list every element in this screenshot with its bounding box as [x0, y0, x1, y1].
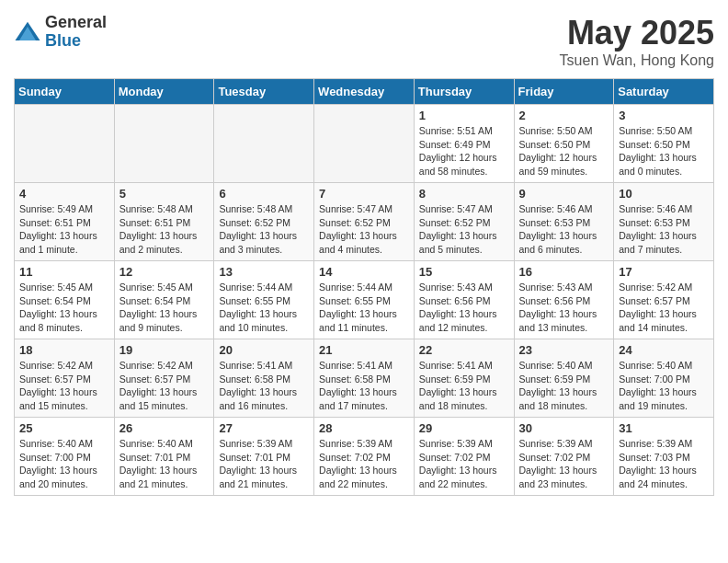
- logo-icon: [14, 18, 41, 46]
- weekday-header: Friday: [514, 79, 614, 105]
- day-number: 2: [519, 109, 609, 122]
- table-row: 3Sunrise: 5:50 AMSunset: 6:50 PMDaylight…: [614, 105, 714, 183]
- table-row: 7Sunrise: 5:47 AMSunset: 6:52 PMDaylight…: [314, 183, 415, 261]
- day-info: Sunrise: 5:42 AMSunset: 6:57 PMDaylight:…: [119, 359, 210, 413]
- day-info: Sunrise: 5:41 AMSunset: 6:58 PMDaylight:…: [319, 359, 409, 413]
- day-info: Sunrise: 5:39 AMSunset: 7:01 PMDaylight:…: [219, 437, 309, 491]
- day-info: Sunrise: 5:42 AMSunset: 6:57 PMDaylight:…: [19, 359, 109, 413]
- table-row: 23Sunrise: 5:40 AMSunset: 6:59 PMDayligh…: [514, 339, 614, 418]
- weekday-header: Tuesday: [214, 79, 314, 105]
- day-info: Sunrise: 5:42 AMSunset: 6:57 PMDaylight:…: [619, 281, 709, 335]
- table-row: [114, 105, 214, 183]
- day-number: 25: [19, 421, 109, 435]
- table-row: 20Sunrise: 5:41 AMSunset: 6:58 PMDayligh…: [214, 339, 314, 418]
- logo-general: General: [45, 14, 107, 32]
- day-info: Sunrise: 5:45 AMSunset: 6:54 PMDaylight:…: [19, 281, 109, 335]
- day-info: Sunrise: 5:39 AMSunset: 7:02 PMDaylight:…: [519, 437, 609, 491]
- page-header: General Blue May 2025 Tsuen Wan, Hong Ko…: [14, 14, 714, 69]
- day-info: Sunrise: 5:51 AMSunset: 6:49 PMDaylight:…: [419, 124, 509, 178]
- day-info: Sunrise: 5:40 AMSunset: 7:00 PMDaylight:…: [619, 359, 709, 413]
- calendar: SundayMondayTuesdayWednesdayThursdayFrid…: [14, 78, 714, 496]
- weekday-header: Wednesday: [314, 79, 415, 105]
- table-row: 26Sunrise: 5:40 AMSunset: 7:01 PMDayligh…: [114, 418, 214, 496]
- day-info: Sunrise: 5:50 AMSunset: 6:50 PMDaylight:…: [619, 124, 709, 178]
- table-row: 24Sunrise: 5:40 AMSunset: 7:00 PMDayligh…: [614, 339, 714, 418]
- day-number: 27: [219, 421, 309, 435]
- table-row: 10Sunrise: 5:46 AMSunset: 6:53 PMDayligh…: [614, 183, 714, 261]
- table-row: [214, 105, 314, 183]
- day-info: Sunrise: 5:40 AMSunset: 7:00 PMDaylight:…: [19, 437, 109, 491]
- day-number: 7: [319, 187, 409, 201]
- calendar-week-row: 18Sunrise: 5:42 AMSunset: 6:57 PMDayligh…: [15, 339, 714, 418]
- day-info: Sunrise: 5:43 AMSunset: 6:56 PMDaylight:…: [419, 281, 509, 335]
- day-info: Sunrise: 5:40 AMSunset: 6:59 PMDaylight:…: [519, 359, 609, 413]
- table-row: 8Sunrise: 5:47 AMSunset: 6:52 PMDaylight…: [414, 183, 514, 261]
- table-row: 31Sunrise: 5:39 AMSunset: 7:03 PMDayligh…: [614, 418, 714, 496]
- day-number: 18: [19, 343, 109, 357]
- day-info: Sunrise: 5:39 AMSunset: 7:02 PMDaylight:…: [319, 437, 409, 491]
- day-number: 23: [519, 343, 609, 357]
- weekday-header: Sunday: [15, 79, 115, 105]
- day-info: Sunrise: 5:46 AMSunset: 6:53 PMDaylight:…: [519, 202, 609, 257]
- table-row: 30Sunrise: 5:39 AMSunset: 7:02 PMDayligh…: [514, 418, 614, 496]
- table-row: 22Sunrise: 5:41 AMSunset: 6:59 PMDayligh…: [414, 339, 514, 418]
- day-info: Sunrise: 5:47 AMSunset: 6:52 PMDaylight:…: [419, 202, 509, 257]
- day-number: 6: [219, 187, 309, 201]
- table-row: 4Sunrise: 5:49 AMSunset: 6:51 PMDaylight…: [15, 183, 115, 261]
- table-row: 27Sunrise: 5:39 AMSunset: 7:01 PMDayligh…: [214, 418, 314, 496]
- day-info: Sunrise: 5:48 AMSunset: 6:51 PMDaylight:…: [119, 202, 210, 257]
- weekday-header: Saturday: [614, 79, 714, 105]
- table-row: 2Sunrise: 5:50 AMSunset: 6:50 PMDaylight…: [514, 105, 614, 183]
- title-block: May 2025 Tsuen Wan, Hong Kong: [560, 14, 714, 69]
- table-row: 14Sunrise: 5:44 AMSunset: 6:55 PMDayligh…: [314, 261, 415, 339]
- day-number: 19: [119, 343, 210, 357]
- day-number: 16: [519, 265, 609, 279]
- calendar-week-row: 11Sunrise: 5:45 AMSunset: 6:54 PMDayligh…: [15, 261, 714, 339]
- logo-blue: Blue: [45, 32, 107, 51]
- weekday-header: Thursday: [414, 79, 514, 105]
- day-number: 20: [219, 343, 309, 357]
- day-number: 11: [19, 265, 109, 279]
- day-info: Sunrise: 5:40 AMSunset: 7:01 PMDaylight:…: [119, 437, 210, 491]
- day-info: Sunrise: 5:41 AMSunset: 6:59 PMDaylight:…: [419, 359, 509, 413]
- table-row: 5Sunrise: 5:48 AMSunset: 6:51 PMDaylight…: [114, 183, 214, 261]
- day-info: Sunrise: 5:41 AMSunset: 6:58 PMDaylight:…: [219, 359, 309, 413]
- day-number: 13: [219, 265, 309, 279]
- table-row: 6Sunrise: 5:48 AMSunset: 6:52 PMDaylight…: [214, 183, 314, 261]
- table-row: 17Sunrise: 5:42 AMSunset: 6:57 PMDayligh…: [614, 261, 714, 339]
- day-info: Sunrise: 5:44 AMSunset: 6:55 PMDaylight:…: [319, 281, 409, 335]
- table-row: [15, 105, 115, 183]
- day-number: 3: [619, 109, 709, 122]
- weekday-header: Monday: [114, 79, 214, 105]
- table-row: 21Sunrise: 5:41 AMSunset: 6:58 PMDayligh…: [314, 339, 415, 418]
- day-number: 14: [319, 265, 409, 279]
- day-info: Sunrise: 5:39 AMSunset: 7:03 PMDaylight:…: [619, 437, 709, 491]
- day-info: Sunrise: 5:49 AMSunset: 6:51 PMDaylight:…: [19, 202, 109, 257]
- table-row: 19Sunrise: 5:42 AMSunset: 6:57 PMDayligh…: [114, 339, 214, 418]
- table-row: [314, 105, 415, 183]
- day-info: Sunrise: 5:46 AMSunset: 6:53 PMDaylight:…: [619, 202, 709, 257]
- day-info: Sunrise: 5:47 AMSunset: 6:52 PMDaylight:…: [319, 202, 409, 257]
- month-title: May 2025: [560, 14, 714, 52]
- day-number: 10: [619, 187, 709, 201]
- table-row: 18Sunrise: 5:42 AMSunset: 6:57 PMDayligh…: [15, 339, 115, 418]
- table-row: 11Sunrise: 5:45 AMSunset: 6:54 PMDayligh…: [15, 261, 115, 339]
- table-row: 28Sunrise: 5:39 AMSunset: 7:02 PMDayligh…: [314, 418, 415, 496]
- day-info: Sunrise: 5:44 AMSunset: 6:55 PMDaylight:…: [219, 281, 309, 335]
- day-number: 17: [619, 265, 709, 279]
- day-info: Sunrise: 5:39 AMSunset: 7:02 PMDaylight:…: [419, 437, 509, 491]
- table-row: 9Sunrise: 5:46 AMSunset: 6:53 PMDaylight…: [514, 183, 614, 261]
- table-row: 16Sunrise: 5:43 AMSunset: 6:56 PMDayligh…: [514, 261, 614, 339]
- table-row: 12Sunrise: 5:45 AMSunset: 6:54 PMDayligh…: [114, 261, 214, 339]
- day-info: Sunrise: 5:45 AMSunset: 6:54 PMDaylight:…: [119, 281, 210, 335]
- calendar-week-row: 4Sunrise: 5:49 AMSunset: 6:51 PMDaylight…: [15, 183, 714, 261]
- weekday-header-row: SundayMondayTuesdayWednesdayThursdayFrid…: [15, 79, 714, 105]
- day-number: 28: [319, 421, 409, 435]
- table-row: 25Sunrise: 5:40 AMSunset: 7:00 PMDayligh…: [15, 418, 115, 496]
- day-number: 24: [619, 343, 709, 357]
- logo: General Blue: [14, 14, 107, 51]
- table-row: 29Sunrise: 5:39 AMSunset: 7:02 PMDayligh…: [414, 418, 514, 496]
- day-info: Sunrise: 5:50 AMSunset: 6:50 PMDaylight:…: [519, 124, 609, 178]
- day-number: 1: [419, 109, 509, 122]
- logo-text: General Blue: [45, 14, 107, 51]
